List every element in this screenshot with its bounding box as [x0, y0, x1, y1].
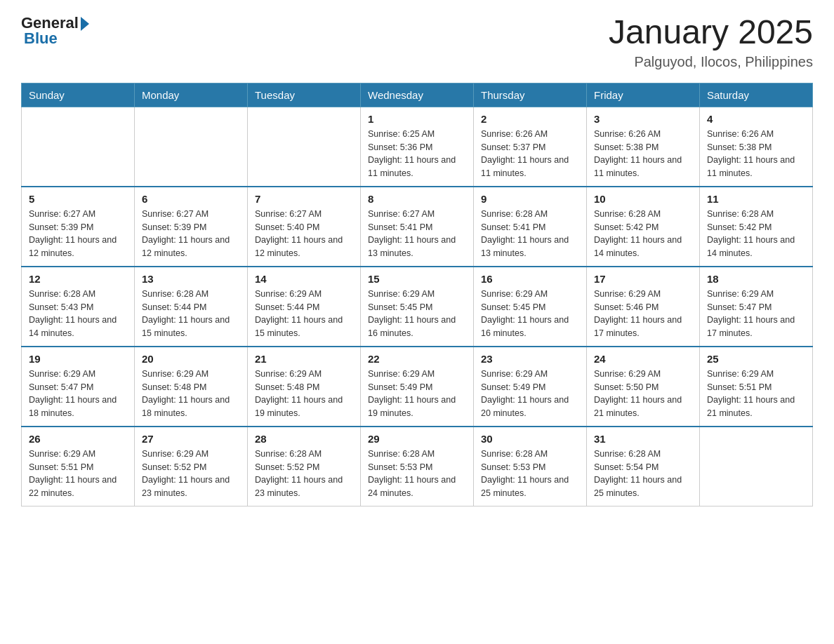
day-info: Sunrise: 6:28 AMSunset: 5:42 PMDaylight:…: [707, 208, 805, 260]
calendar-cell: 24Sunrise: 6:29 AMSunset: 5:50 PMDayligh…: [587, 347, 700, 427]
day-info: Sunrise: 6:29 AMSunset: 5:51 PMDaylight:…: [29, 448, 127, 500]
day-info: Sunrise: 6:29 AMSunset: 5:49 PMDaylight:…: [368, 368, 466, 420]
calendar-cell: 2Sunrise: 6:26 AMSunset: 5:37 PMDaylight…: [474, 107, 587, 187]
day-number: 20: [142, 353, 240, 365]
header-cell-saturday: Saturday: [700, 83, 813, 107]
day-info: Sunrise: 6:29 AMSunset: 5:48 PMDaylight:…: [255, 368, 353, 420]
day-info: Sunrise: 6:27 AMSunset: 5:39 PMDaylight:…: [29, 208, 127, 260]
day-info: Sunrise: 6:29 AMSunset: 5:52 PMDaylight:…: [142, 448, 240, 500]
day-number: 23: [481, 353, 579, 365]
day-info: Sunrise: 6:29 AMSunset: 5:46 PMDaylight:…: [594, 288, 692, 340]
title-section: January 2025 Palguyod, Ilocos, Philippin…: [609, 14, 813, 70]
week-row-1: 1Sunrise: 6:25 AMSunset: 5:36 PMDaylight…: [22, 107, 813, 187]
week-row-2: 5Sunrise: 6:27 AMSunset: 5:39 PMDaylight…: [22, 187, 813, 267]
calendar-cell: 3Sunrise: 6:26 AMSunset: 5:38 PMDaylight…: [587, 107, 700, 187]
calendar-cell: 30Sunrise: 6:28 AMSunset: 5:53 PMDayligh…: [474, 427, 587, 507]
day-number: 3: [594, 113, 692, 125]
day-number: 30: [481, 433, 579, 445]
logo: General Blue: [21, 14, 89, 48]
month-year-title: January 2025: [609, 14, 813, 51]
calendar-cell: [248, 107, 361, 187]
calendar-cell: 12Sunrise: 6:28 AMSunset: 5:43 PMDayligh…: [22, 267, 135, 347]
day-info: Sunrise: 6:26 AMSunset: 5:38 PMDaylight:…: [594, 128, 692, 180]
calendar-cell: 8Sunrise: 6:27 AMSunset: 5:41 PMDaylight…: [361, 187, 474, 267]
day-info: Sunrise: 6:29 AMSunset: 5:47 PMDaylight:…: [707, 288, 805, 340]
day-info: Sunrise: 6:29 AMSunset: 5:45 PMDaylight:…: [368, 288, 466, 340]
calendar-cell: [135, 107, 248, 187]
day-number: 2: [481, 113, 579, 125]
calendar-cell: 31Sunrise: 6:28 AMSunset: 5:54 PMDayligh…: [587, 427, 700, 507]
day-info: Sunrise: 6:28 AMSunset: 5:42 PMDaylight:…: [594, 208, 692, 260]
day-number: 29: [368, 433, 466, 445]
day-info: Sunrise: 6:29 AMSunset: 5:47 PMDaylight:…: [29, 368, 127, 420]
day-number: 11: [707, 193, 805, 205]
day-number: 10: [594, 193, 692, 205]
day-number: 25: [707, 353, 805, 365]
calendar-cell: 19Sunrise: 6:29 AMSunset: 5:47 PMDayligh…: [22, 347, 135, 427]
location-subtitle: Palguyod, Ilocos, Philippines: [609, 54, 813, 70]
calendar-cell: 9Sunrise: 6:28 AMSunset: 5:41 PMDaylight…: [474, 187, 587, 267]
calendar-cell: 22Sunrise: 6:29 AMSunset: 5:49 PMDayligh…: [361, 347, 474, 427]
day-info: Sunrise: 6:29 AMSunset: 5:51 PMDaylight:…: [707, 368, 805, 420]
day-number: 5: [29, 193, 127, 205]
day-number: 1: [368, 113, 466, 125]
day-number: 18: [707, 273, 805, 285]
day-number: 24: [594, 353, 692, 365]
day-number: 22: [368, 353, 466, 365]
day-info: Sunrise: 6:25 AMSunset: 5:36 PMDaylight:…: [368, 128, 466, 180]
day-info: Sunrise: 6:28 AMSunset: 5:43 PMDaylight:…: [29, 288, 127, 340]
day-info: Sunrise: 6:29 AMSunset: 5:50 PMDaylight:…: [594, 368, 692, 420]
day-info: Sunrise: 6:28 AMSunset: 5:54 PMDaylight:…: [594, 448, 692, 500]
day-info: Sunrise: 6:29 AMSunset: 5:49 PMDaylight:…: [481, 368, 579, 420]
day-number: 27: [142, 433, 240, 445]
calendar-cell: 26Sunrise: 6:29 AMSunset: 5:51 PMDayligh…: [22, 427, 135, 507]
calendar-cell: [700, 427, 813, 507]
day-info: Sunrise: 6:27 AMSunset: 5:41 PMDaylight:…: [368, 208, 466, 260]
calendar-cell: 27Sunrise: 6:29 AMSunset: 5:52 PMDayligh…: [135, 427, 248, 507]
day-number: 6: [142, 193, 240, 205]
calendar-header: SundayMondayTuesdayWednesdayThursdayFrid…: [22, 83, 813, 107]
header-cell-thursday: Thursday: [474, 83, 587, 107]
day-number: 17: [594, 273, 692, 285]
calendar-cell: 25Sunrise: 6:29 AMSunset: 5:51 PMDayligh…: [700, 347, 813, 427]
calendar-cell: 20Sunrise: 6:29 AMSunset: 5:48 PMDayligh…: [135, 347, 248, 427]
day-info: Sunrise: 6:28 AMSunset: 5:44 PMDaylight:…: [142, 288, 240, 340]
calendar-cell: 29Sunrise: 6:28 AMSunset: 5:53 PMDayligh…: [361, 427, 474, 507]
calendar-cell: 7Sunrise: 6:27 AMSunset: 5:40 PMDaylight…: [248, 187, 361, 267]
calendar-cell: 17Sunrise: 6:29 AMSunset: 5:46 PMDayligh…: [587, 267, 700, 347]
header-cell-wednesday: Wednesday: [361, 83, 474, 107]
header-row: SundayMondayTuesdayWednesdayThursdayFrid…: [22, 83, 813, 107]
day-number: 7: [255, 193, 353, 205]
day-number: 31: [594, 433, 692, 445]
day-info: Sunrise: 6:28 AMSunset: 5:53 PMDaylight:…: [481, 448, 579, 500]
calendar-cell: 11Sunrise: 6:28 AMSunset: 5:42 PMDayligh…: [700, 187, 813, 267]
day-number: 28: [255, 433, 353, 445]
calendar-cell: 15Sunrise: 6:29 AMSunset: 5:45 PMDayligh…: [361, 267, 474, 347]
day-info: Sunrise: 6:28 AMSunset: 5:53 PMDaylight:…: [368, 448, 466, 500]
day-number: 26: [29, 433, 127, 445]
calendar-cell: 23Sunrise: 6:29 AMSunset: 5:49 PMDayligh…: [474, 347, 587, 427]
day-number: 14: [255, 273, 353, 285]
day-number: 12: [29, 273, 127, 285]
calendar-cell: 21Sunrise: 6:29 AMSunset: 5:48 PMDayligh…: [248, 347, 361, 427]
day-info: Sunrise: 6:26 AMSunset: 5:38 PMDaylight:…: [707, 128, 805, 180]
calendar-cell: 18Sunrise: 6:29 AMSunset: 5:47 PMDayligh…: [700, 267, 813, 347]
header-cell-friday: Friday: [587, 83, 700, 107]
calendar-cell: 1Sunrise: 6:25 AMSunset: 5:36 PMDaylight…: [361, 107, 474, 187]
header-cell-tuesday: Tuesday: [248, 83, 361, 107]
calendar-cell: 14Sunrise: 6:29 AMSunset: 5:44 PMDayligh…: [248, 267, 361, 347]
calendar-cell: 16Sunrise: 6:29 AMSunset: 5:45 PMDayligh…: [474, 267, 587, 347]
page-header: General Blue January 2025 Palguyod, Iloc…: [21, 14, 813, 70]
day-number: 15: [368, 273, 466, 285]
calendar-cell: [22, 107, 135, 187]
day-number: 19: [29, 353, 127, 365]
calendar-cell: 5Sunrise: 6:27 AMSunset: 5:39 PMDaylight…: [22, 187, 135, 267]
day-info: Sunrise: 6:29 AMSunset: 5:44 PMDaylight:…: [255, 288, 353, 340]
logo-arrow-icon: [81, 17, 89, 31]
header-cell-monday: Monday: [135, 83, 248, 107]
day-info: Sunrise: 6:28 AMSunset: 5:52 PMDaylight:…: [255, 448, 353, 500]
week-row-4: 19Sunrise: 6:29 AMSunset: 5:47 PMDayligh…: [22, 347, 813, 427]
calendar-cell: 6Sunrise: 6:27 AMSunset: 5:39 PMDaylight…: [135, 187, 248, 267]
week-row-5: 26Sunrise: 6:29 AMSunset: 5:51 PMDayligh…: [22, 427, 813, 507]
calendar-cell: 10Sunrise: 6:28 AMSunset: 5:42 PMDayligh…: [587, 187, 700, 267]
